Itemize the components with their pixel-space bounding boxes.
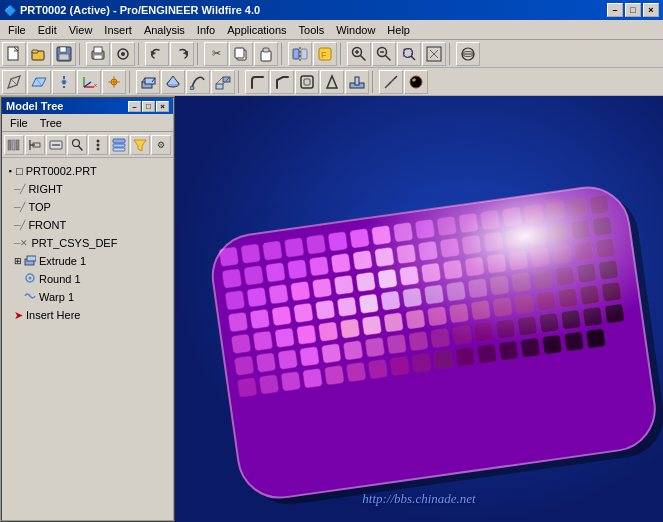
node-label-warp1: Warp 1 — [39, 291, 74, 303]
render-button[interactable] — [404, 70, 428, 94]
menu-window[interactable]: Window — [330, 21, 381, 39]
zoom-fit-button[interactable] — [422, 42, 446, 66]
tree-window-controls: – □ × — [128, 101, 169, 112]
tree-toolbar-btn-2[interactable] — [25, 135, 45, 155]
menu-view[interactable]: View — [63, 21, 99, 39]
svg-marker-81 — [134, 140, 146, 151]
tree-toolbar-btn-6[interactable] — [109, 135, 129, 155]
open-button[interactable] — [27, 42, 51, 66]
svg-line-34 — [11, 79, 17, 85]
menu-help[interactable]: Help — [381, 21, 416, 39]
tree-close-button[interactable]: × — [156, 101, 169, 112]
shell-button[interactable] — [295, 70, 319, 94]
node-label-round1: Round 1 — [39, 273, 81, 285]
mirror-button[interactable] — [288, 42, 312, 66]
tree-node-warp1[interactable]: Warp 1 — [4, 288, 171, 306]
draft-button[interactable] — [320, 70, 344, 94]
tree-menu-bar: File Tree — [2, 114, 173, 132]
menu-file[interactable]: File — [2, 21, 32, 39]
analysis-measure-button[interactable] — [379, 70, 403, 94]
undo-button[interactable] — [145, 42, 169, 66]
tree-node-round1[interactable]: Round 1 — [4, 270, 171, 288]
datum-axis-button[interactable] — [52, 70, 76, 94]
paste-button[interactable] — [254, 42, 278, 66]
menu-applications[interactable]: Applications — [221, 21, 292, 39]
tree-minimize-button[interactable]: – — [128, 101, 141, 112]
toolbar-separator-2 — [138, 43, 142, 65]
menu-info[interactable]: Info — [191, 21, 221, 39]
node-icon-round1 — [24, 272, 36, 286]
svg-line-23 — [361, 55, 366, 60]
save-button[interactable] — [52, 42, 76, 66]
svg-rect-78 — [113, 139, 125, 143]
svg-line-26 — [386, 55, 391, 60]
tree-toolbar-btn-1[interactable] — [4, 135, 24, 155]
svg-rect-79 — [113, 144, 125, 147]
tree-node-insert[interactable]: ➤ Insert Here — [4, 306, 171, 324]
tree-restore-button[interactable]: □ — [142, 101, 155, 112]
svg-rect-13 — [261, 51, 271, 61]
tree-node-root[interactable]: ▪ □ PRT0002.PRT — [4, 162, 171, 180]
svg-rect-4 — [60, 47, 66, 52]
close-button[interactable]: × — [643, 3, 659, 17]
tree-title-bar: Model Tree – □ × — [2, 98, 173, 114]
copy-button[interactable] — [229, 42, 253, 66]
node-icon-root: □ — [16, 165, 23, 177]
print-button[interactable] — [86, 42, 110, 66]
tree-node-front[interactable]: ─╱ FRONT — [4, 216, 171, 234]
tree-node-top[interactable]: ─╱ TOP — [4, 198, 171, 216]
restore-button[interactable]: □ — [625, 3, 641, 17]
tree-toolbar-btn-8[interactable]: ⚙ — [151, 135, 171, 155]
svg-line-53 — [216, 77, 223, 84]
tree-node-csys[interactable]: ─✕ PRT_CSYS_DEF — [4, 234, 171, 252]
svg-rect-83 — [27, 256, 36, 261]
point-button[interactable] — [102, 70, 126, 94]
tree-menu-tree[interactable]: Tree — [34, 116, 68, 130]
toolbar-row-2: x — [0, 68, 663, 96]
svg-point-50 — [190, 86, 194, 90]
tree-node-extrude1[interactable]: ⊞ Extrude 1 — [4, 252, 171, 270]
tree-toolbar-btn-3[interactable] — [46, 135, 66, 155]
toolbar-row-1: ✂ F — [0, 40, 663, 68]
revolve-button[interactable] — [161, 70, 185, 94]
node-prefix-csys: ─✕ — [14, 238, 28, 248]
svg-point-63 — [410, 76, 422, 88]
svg-point-76 — [97, 143, 100, 146]
toolbar-separator-5 — [340, 43, 344, 65]
node-label-front: FRONT — [28, 219, 66, 231]
tree-toolbar-btn-5[interactable] — [88, 135, 108, 155]
blend-button[interactable] — [211, 70, 235, 94]
svg-rect-51 — [216, 84, 223, 89]
orient-button[interactable] — [456, 42, 480, 66]
menu-edit[interactable]: Edit — [32, 21, 63, 39]
tree-node-right[interactable]: ─╱ RIGHT — [4, 180, 171, 198]
cut-button[interactable]: ✂ — [204, 42, 228, 66]
menu-insert[interactable]: Insert — [98, 21, 138, 39]
new-button[interactable] — [2, 42, 26, 66]
extrude-button[interactable] — [136, 70, 160, 94]
menu-tools[interactable]: Tools — [293, 21, 331, 39]
round-button[interactable] — [245, 70, 269, 94]
tree-toolbar-btn-7[interactable] — [130, 135, 150, 155]
svg-point-75 — [97, 139, 100, 142]
svg-rect-67 — [16, 140, 19, 150]
svg-rect-80 — [113, 148, 125, 151]
redo-button[interactable] — [170, 42, 194, 66]
datum-plane-button[interactable] — [27, 70, 51, 94]
chamfer-button[interactable] — [270, 70, 294, 94]
tree-toolbar-btn-4[interactable] — [67, 135, 87, 155]
rib-button[interactable] — [345, 70, 369, 94]
feature-button[interactable]: F — [313, 42, 337, 66]
menu-analysis[interactable]: Analysis — [138, 21, 191, 39]
zoom-in-button[interactable] — [347, 42, 371, 66]
settings-button[interactable] — [111, 42, 135, 66]
sketch-button[interactable] — [2, 70, 26, 94]
svg-rect-55 — [301, 76, 313, 88]
node-icon-extrude1 — [24, 254, 36, 268]
sweep-button[interactable] — [186, 70, 210, 94]
zoom-window-button[interactable] — [397, 42, 421, 66]
zoom-out-button[interactable] — [372, 42, 396, 66]
tree-menu-file[interactable]: File — [4, 116, 34, 130]
csys-button[interactable]: x — [77, 70, 101, 94]
minimize-button[interactable]: – — [607, 3, 623, 17]
